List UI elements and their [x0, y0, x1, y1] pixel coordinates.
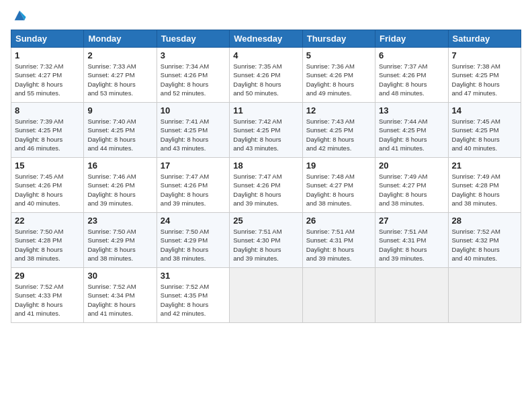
day-number: 11: [233, 105, 298, 116]
day-info: Sunrise: 7:43 AM Sunset: 4:25 PM Dayligh…: [306, 117, 371, 152]
calendar-cell: 14Sunrise: 7:45 AM Sunset: 4:25 PM Dayli…: [448, 103, 521, 158]
day-info: Sunrise: 7:48 AM Sunset: 4:27 PM Dayligh…: [306, 172, 371, 208]
weekday-header: Monday: [84, 30, 157, 48]
day-number: 30: [87, 271, 152, 281]
logo: [11, 8, 27, 23]
day-number: 16: [87, 161, 152, 171]
day-info: Sunrise: 7:34 AM Sunset: 4:26 PM Dayligh…: [161, 62, 226, 97]
day-number: 22: [15, 216, 80, 226]
weekday-header: Thursday: [302, 30, 375, 48]
day-number: 6: [379, 50, 444, 60]
calendar-cell: 21Sunrise: 7:49 AM Sunset: 4:28 PM Dayli…: [448, 158, 521, 213]
day-info: Sunrise: 7:52 AM Sunset: 4:34 PM Dayligh…: [87, 282, 152, 318]
calendar-cell: 24Sunrise: 7:50 AM Sunset: 4:29 PM Dayli…: [157, 213, 229, 268]
calendar-cell: 19Sunrise: 7:48 AM Sunset: 4:27 PM Dayli…: [302, 158, 375, 213]
day-number: 26: [306, 216, 371, 226]
calendar-cell: 1Sunrise: 7:32 AM Sunset: 4:27 PM Daylig…: [11, 48, 84, 103]
day-info: Sunrise: 7:50 AM Sunset: 4:28 PM Dayligh…: [15, 227, 80, 263]
day-number: 17: [161, 161, 226, 171]
day-info: Sunrise: 7:46 AM Sunset: 4:26 PM Dayligh…: [87, 172, 152, 208]
day-info: Sunrise: 7:36 AM Sunset: 4:26 PM Dayligh…: [306, 62, 371, 97]
weekday-header: Sunday: [11, 30, 84, 48]
day-info: Sunrise: 7:51 AM Sunset: 4:31 PM Dayligh…: [306, 227, 371, 263]
weekday-header: Tuesday: [157, 30, 229, 48]
calendar-cell: 3Sunrise: 7:34 AM Sunset: 4:26 PM Daylig…: [157, 48, 229, 103]
day-number: 14: [452, 105, 517, 116]
day-number: 12: [306, 105, 371, 116]
day-info: Sunrise: 7:50 AM Sunset: 4:29 PM Dayligh…: [161, 227, 226, 263]
day-info: Sunrise: 7:39 AM Sunset: 4:25 PM Dayligh…: [15, 117, 80, 152]
day-number: 15: [15, 161, 80, 171]
calendar-cell: 12Sunrise: 7:43 AM Sunset: 4:25 PM Dayli…: [302, 103, 375, 158]
calendar-cell: 22Sunrise: 7:50 AM Sunset: 4:28 PM Dayli…: [11, 213, 84, 268]
day-info: Sunrise: 7:52 AM Sunset: 4:32 PM Dayligh…: [452, 227, 517, 263]
calendar-cell: 15Sunrise: 7:45 AM Sunset: 4:26 PM Dayli…: [11, 158, 84, 213]
calendar-cell: 23Sunrise: 7:50 AM Sunset: 4:29 PM Dayli…: [84, 213, 157, 268]
calendar-cell: 2Sunrise: 7:33 AM Sunset: 4:27 PM Daylig…: [84, 48, 157, 103]
calendar-table: SundayMondayTuesdayWednesdayThursdayFrid…: [11, 30, 521, 323]
calendar-cell: [375, 268, 448, 323]
calendar-cell: 4Sunrise: 7:35 AM Sunset: 4:26 PM Daylig…: [230, 48, 302, 103]
day-info: Sunrise: 7:44 AM Sunset: 4:25 PM Dayligh…: [379, 117, 444, 152]
day-info: Sunrise: 7:50 AM Sunset: 4:29 PM Dayligh…: [87, 227, 152, 263]
calendar-cell: 13Sunrise: 7:44 AM Sunset: 4:25 PM Dayli…: [375, 103, 448, 158]
calendar-header-row: SundayMondayTuesdayWednesdayThursdayFrid…: [11, 30, 521, 48]
calendar-cell: 10Sunrise: 7:41 AM Sunset: 4:25 PM Dayli…: [157, 103, 229, 158]
calendar-cell: 6Sunrise: 7:37 AM Sunset: 4:26 PM Daylig…: [375, 48, 448, 103]
calendar-cell: [230, 268, 302, 323]
calendar-cell: 20Sunrise: 7:49 AM Sunset: 4:27 PM Dayli…: [375, 158, 448, 213]
day-info: Sunrise: 7:40 AM Sunset: 4:25 PM Dayligh…: [87, 117, 152, 152]
calendar-cell: 29Sunrise: 7:52 AM Sunset: 4:33 PM Dayli…: [11, 268, 84, 323]
day-number: 24: [161, 216, 226, 226]
calendar-week-row: 29Sunrise: 7:52 AM Sunset: 4:33 PM Dayli…: [11, 268, 521, 323]
page-header: [11, 8, 521, 23]
day-info: Sunrise: 7:47 AM Sunset: 4:26 PM Dayligh…: [233, 172, 298, 208]
weekday-header: Friday: [375, 30, 448, 48]
calendar-cell: 7Sunrise: 7:38 AM Sunset: 4:25 PM Daylig…: [448, 48, 521, 103]
calendar-cell: 11Sunrise: 7:42 AM Sunset: 4:25 PM Dayli…: [230, 103, 302, 158]
calendar-cell: [448, 268, 521, 323]
day-number: 29: [15, 271, 80, 281]
calendar-cell: 25Sunrise: 7:51 AM Sunset: 4:30 PM Dayli…: [230, 213, 302, 268]
day-number: 8: [15, 105, 80, 116]
calendar-cell: 16Sunrise: 7:46 AM Sunset: 4:26 PM Dayli…: [84, 158, 157, 213]
day-number: 31: [161, 271, 226, 281]
day-info: Sunrise: 7:38 AM Sunset: 4:25 PM Dayligh…: [452, 62, 517, 97]
weekday-header: Wednesday: [230, 30, 302, 48]
day-number: 5: [306, 50, 371, 60]
calendar-cell: 9Sunrise: 7:40 AM Sunset: 4:25 PM Daylig…: [84, 103, 157, 158]
day-info: Sunrise: 7:49 AM Sunset: 4:28 PM Dayligh…: [452, 172, 517, 208]
day-number: 1: [15, 50, 80, 60]
day-info: Sunrise: 7:37 AM Sunset: 4:26 PM Dayligh…: [379, 62, 444, 97]
calendar-cell: 28Sunrise: 7:52 AM Sunset: 4:32 PM Dayli…: [448, 213, 521, 268]
day-info: Sunrise: 7:49 AM Sunset: 4:27 PM Dayligh…: [379, 172, 444, 208]
day-info: Sunrise: 7:33 AM Sunset: 4:27 PM Dayligh…: [87, 62, 152, 97]
calendar-cell: 18Sunrise: 7:47 AM Sunset: 4:26 PM Dayli…: [230, 158, 302, 213]
day-number: 21: [452, 161, 517, 171]
calendar-cell: 5Sunrise: 7:36 AM Sunset: 4:26 PM Daylig…: [302, 48, 375, 103]
day-number: 18: [233, 161, 298, 171]
day-info: Sunrise: 7:41 AM Sunset: 4:25 PM Dayligh…: [161, 117, 226, 152]
calendar-week-row: 22Sunrise: 7:50 AM Sunset: 4:28 PM Dayli…: [11, 213, 521, 268]
day-info: Sunrise: 7:52 AM Sunset: 4:35 PM Dayligh…: [161, 282, 226, 318]
day-number: 9: [87, 105, 152, 116]
day-info: Sunrise: 7:51 AM Sunset: 4:30 PM Dayligh…: [233, 227, 298, 263]
day-number: 2: [87, 50, 152, 60]
day-info: Sunrise: 7:45 AM Sunset: 4:25 PM Dayligh…: [452, 117, 517, 152]
day-number: 3: [161, 50, 226, 60]
calendar-week-row: 15Sunrise: 7:45 AM Sunset: 4:26 PM Dayli…: [11, 158, 521, 213]
day-number: 13: [379, 105, 444, 116]
calendar-week-row: 1Sunrise: 7:32 AM Sunset: 4:27 PM Daylig…: [11, 48, 521, 103]
day-number: 20: [379, 161, 444, 171]
day-number: 25: [233, 216, 298, 226]
logo-icon: [12, 8, 27, 23]
day-info: Sunrise: 7:35 AM Sunset: 4:26 PM Dayligh…: [233, 62, 298, 97]
calendar-cell: 27Sunrise: 7:51 AM Sunset: 4:31 PM Dayli…: [375, 213, 448, 268]
day-number: 28: [452, 216, 517, 226]
day-info: Sunrise: 7:47 AM Sunset: 4:26 PM Dayligh…: [161, 172, 226, 208]
weekday-header: Saturday: [448, 30, 521, 48]
calendar-cell: 17Sunrise: 7:47 AM Sunset: 4:26 PM Dayli…: [157, 158, 229, 213]
day-info: Sunrise: 7:32 AM Sunset: 4:27 PM Dayligh…: [15, 62, 80, 97]
day-info: Sunrise: 7:45 AM Sunset: 4:26 PM Dayligh…: [15, 172, 80, 208]
day-number: 10: [161, 105, 226, 116]
